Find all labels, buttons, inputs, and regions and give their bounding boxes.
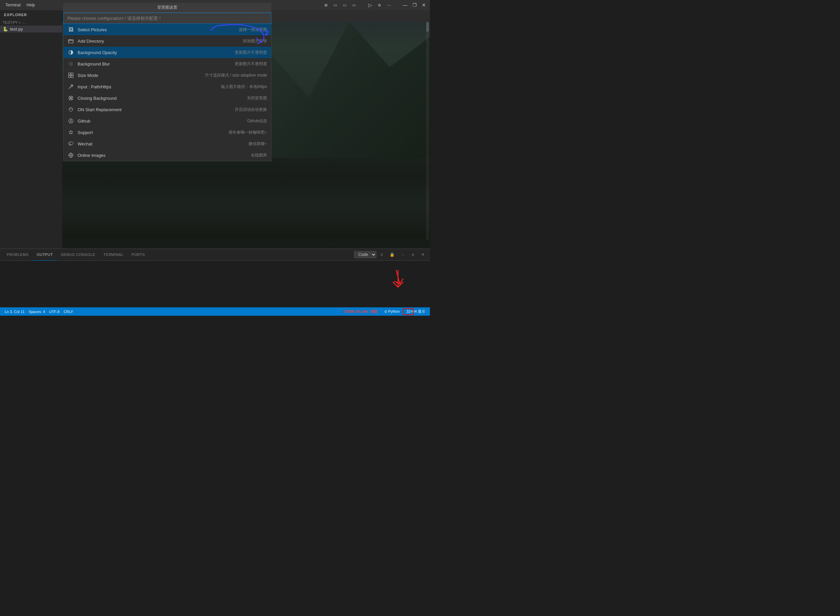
layout-btn-2[interactable]: ▭: [332, 2, 339, 9]
bottom-panel: PROBLEMS OUTPUT DEBUG CONSOLE TERMINAL P…: [0, 249, 430, 307]
closing-bg-label: Closing Background: [78, 96, 131, 101]
menu-help[interactable]: Help: [24, 2, 38, 8]
panel-content: [0, 261, 430, 266]
file-label: test.py: [10, 26, 23, 32]
settings-window: 背景图设置 🖼 Select Pictures 选择一张背景图 Add Dire…: [63, 3, 271, 161]
input-path-icon: [67, 83, 74, 90]
select-pictures-desc: 选择一张背景图: [239, 27, 267, 32]
status-csdn[interactable]: CSDN @Code_法技: [342, 309, 380, 314]
svg-point-14: [70, 120, 72, 121]
menu-item-closing-bg[interactable]: Closing Background 关闭背景图: [63, 92, 271, 104]
github-label: Github: [78, 119, 131, 123]
file-tree-header: test.py > ...: [0, 19, 62, 25]
status-encoding[interactable]: UTF-8: [47, 310, 62, 314]
menu-item-bg-opacity[interactable]: Background Opacity 更新图片不透明度: [63, 47, 271, 58]
tab-debug-console[interactable]: DEBUG CONSOLE: [57, 249, 99, 261]
file-tree: test.py > ... 🐍 test.py: [0, 18, 62, 34]
select-pictures-icon: 🖼: [67, 26, 74, 33]
panel-tabs: PROBLEMS OUTPUT DEBUG CONSOLE TERMINAL P…: [0, 249, 430, 261]
bg-opacity-icon: [67, 49, 74, 56]
add-directory-desc: 添加图片目录: [243, 38, 267, 44]
input-path-label: Input : Path/Https: [78, 84, 131, 89]
panel-close-icon[interactable]: ✕: [418, 252, 427, 258]
status-eol[interactable]: CRLF: [62, 310, 75, 314]
layout-btn-1[interactable]: ⊞: [323, 2, 329, 9]
status-bar: Ln 3, Col 11 Spaces: 4 UTF-8 CRLF CSDN @…: [0, 307, 430, 316]
titlebar-menu: Terminal Help: [3, 2, 38, 8]
select-pictures-label: Select Pictures: [78, 27, 131, 32]
folder-label: test.py > ...: [3, 21, 25, 25]
panel-up-icon[interactable]: ∧: [409, 252, 417, 258]
menu-item-online-images[interactable]: Online images 在线图库: [63, 150, 271, 161]
layout-btn-4[interactable]: ▭: [350, 2, 357, 9]
menu-item-add-directory[interactable]: Add Directory 添加图片目录: [63, 35, 271, 47]
panel-right-controls: Code ≡ 🔒 ··· ∧ ✕: [354, 251, 427, 258]
add-directory-label: Add Directory: [78, 39, 131, 44]
menu-item-size-mode[interactable]: Size Mode 尺寸适应模式 / size adaptive mode: [63, 69, 271, 81]
menu-item-on-start[interactable]: ON Start Replacement 开启启动自动更换: [63, 104, 271, 115]
online-images-desc: 在线图库: [251, 153, 267, 158]
github-desc: Github信息: [247, 118, 267, 124]
scrollbar-thumb[interactable]: [426, 22, 429, 32]
input-path-desc: 输入图片路径：本地/https: [221, 84, 267, 90]
wechat-icon: [67, 141, 74, 147]
svg-rect-8: [71, 76, 73, 78]
tab-output[interactable]: OUTPUT: [32, 249, 57, 261]
bg-blur-icon: [67, 60, 74, 67]
output-dropdown[interactable]: Code: [354, 251, 377, 258]
file-icon: 🐍: [3, 26, 8, 32]
status-position[interactable]: Ln 3, Col 11: [3, 310, 26, 314]
closing-bg-desc: 关闭背景图: [247, 95, 267, 101]
file-item-testpy[interactable]: 🐍 test.py: [0, 25, 62, 32]
lock-icon[interactable]: 🔒: [387, 252, 397, 258]
tab-ports[interactable]: PORTS: [127, 249, 149, 261]
status-right: CSDN @Code_法技 ⊙ Python 32×64 显示: [342, 309, 427, 314]
run-button[interactable]: ▷: [367, 2, 374, 9]
support-label: Support: [78, 130, 131, 135]
settings-title: 背景图设置: [63, 3, 271, 13]
online-images-icon: [67, 152, 74, 158]
menu-item-bg-blur[interactable]: Background Blur 更新图片不透明度: [63, 58, 271, 69]
list-view-icon[interactable]: ≡: [378, 252, 386, 258]
menu-item-support[interactable]: Support 请作者喝一杯咖啡吧~: [63, 127, 271, 138]
on-start-icon: [67, 106, 74, 113]
tab-terminal[interactable]: TERMINAL: [100, 249, 128, 261]
layout-btn-3[interactable]: ▭: [341, 2, 348, 9]
svg-point-12: [69, 96, 73, 100]
on-start-desc: 开启启动自动更换: [235, 107, 267, 113]
svg-point-4: [70, 63, 72, 65]
menu-terminal[interactable]: Terminal: [3, 2, 23, 8]
svg-rect-6: [71, 73, 73, 75]
size-mode-label: Size Mode: [78, 73, 131, 78]
restore-button[interactable]: ❐: [411, 2, 418, 9]
minimize-button[interactable]: —: [402, 2, 408, 9]
online-images-label: Online images: [78, 153, 131, 158]
menu-item-select-pictures[interactable]: 🖼 Select Pictures 选择一张背景图: [63, 24, 271, 35]
wechat-desc: 微信群聊~: [249, 141, 267, 147]
titlebar-controls: ⊞ ▭ ▭ ▭ ▷ ⧉ ··· — ❐ ✕: [323, 2, 427, 9]
scrollbar[interactable]: [426, 22, 429, 240]
support-icon: [67, 129, 74, 136]
closing-bg-icon: [67, 95, 74, 101]
bg-opacity-label: Background Opacity: [78, 50, 131, 55]
split-button[interactable]: ⧉: [376, 2, 383, 9]
support-desc: 请作者喝一杯咖啡吧~: [229, 130, 267, 135]
menu-item-input-path[interactable]: Input : Path/Https 输入图片路径：本地/https: [63, 81, 271, 92]
menu-list: 🖼 Select Pictures 选择一张背景图 Add Directory …: [63, 24, 271, 161]
panel-more-icon[interactable]: ···: [399, 252, 408, 258]
wechat-label: Wechat: [78, 141, 131, 147]
svg-rect-7: [69, 76, 70, 78]
close-button[interactable]: ✕: [421, 2, 427, 9]
tab-problems[interactable]: PROBLEMS: [3, 249, 32, 261]
menu-item-github[interactable]: Github Github信息: [63, 115, 271, 127]
status-display[interactable]: 32×64 显示: [405, 309, 427, 314]
status-python[interactable]: ⊙ Python: [382, 309, 402, 314]
titlebar-left: Terminal Help: [3, 2, 38, 8]
add-directory-icon: [67, 38, 74, 44]
on-start-label: ON Start Replacement: [78, 107, 131, 112]
more-button[interactable]: ···: [386, 2, 392, 9]
search-input[interactable]: [63, 13, 271, 24]
size-mode-desc: 尺寸适应模式 / size adaptive mode: [205, 73, 267, 78]
menu-item-wechat[interactable]: Wechat 微信群聊~: [63, 138, 271, 150]
status-spaces[interactable]: Spaces: 4: [26, 310, 47, 314]
